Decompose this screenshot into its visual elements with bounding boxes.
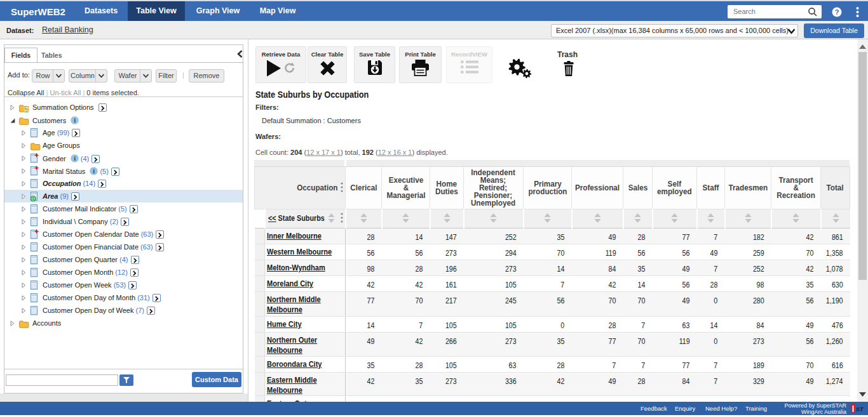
svg-text:ST: ST (856, 406, 864, 413)
svg-text:i: i (74, 117, 76, 124)
svg-text:Σ: Σ (24, 105, 29, 113)
svg-text:?: ? (835, 8, 839, 16)
svg-text:i: i (93, 168, 95, 175)
svg-text:i: i (74, 155, 76, 162)
